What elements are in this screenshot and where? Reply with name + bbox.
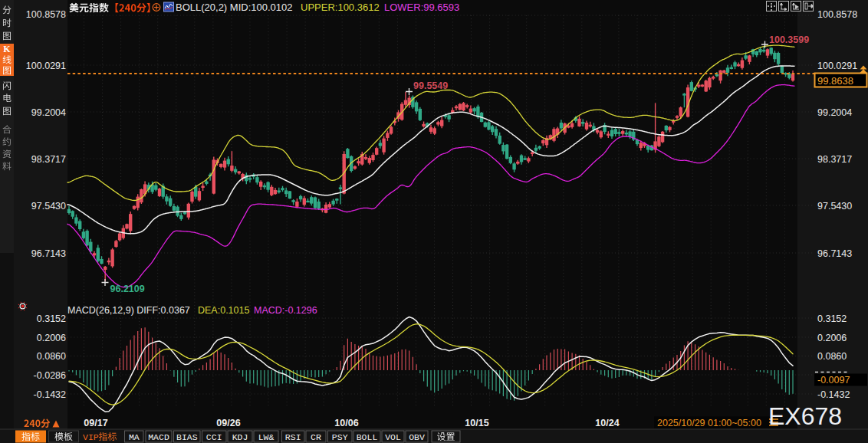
svg-text:MA: MA bbox=[129, 432, 140, 442]
svg-text:VOL: VOL bbox=[385, 432, 401, 442]
svg-text:97.5430: 97.5430 bbox=[31, 201, 66, 212]
svg-text:VIP: VIP bbox=[83, 432, 99, 442]
svg-text:96.7143: 96.7143 bbox=[31, 248, 66, 259]
svg-text:10/24: 10/24 bbox=[595, 418, 619, 428]
svg-text:100.3599: 100.3599 bbox=[769, 34, 809, 45]
svg-text:10/06: 10/06 bbox=[334, 418, 358, 428]
svg-text:98.3717: 98.3717 bbox=[817, 154, 852, 165]
svg-text:-0.0097: -0.0097 bbox=[817, 375, 850, 386]
svg-text:BIAS: BIAS bbox=[176, 432, 198, 442]
svg-text:BOLL(20,2) MID:100.0102: BOLL(20,2) MID:100.0102 bbox=[176, 2, 292, 13]
svg-text:99.5549: 99.5549 bbox=[413, 80, 448, 91]
svg-text:-0.1432: -0.1432 bbox=[34, 389, 66, 400]
svg-text:98.3717: 98.3717 bbox=[31, 154, 66, 165]
svg-text:UPPER:100.3612: UPPER:100.3612 bbox=[301, 2, 380, 13]
svg-text:CR: CR bbox=[311, 432, 321, 442]
svg-text:100.0291: 100.0291 bbox=[817, 61, 857, 71]
svg-text:KDJ: KDJ bbox=[232, 432, 248, 442]
svg-text:MACD(26,12,9) DIFF:0.0367: MACD(26,12,9) DIFF:0.0367 bbox=[67, 305, 190, 316]
svg-text:BOLL: BOLL bbox=[357, 432, 378, 442]
svg-text:-0.0286: -0.0286 bbox=[34, 370, 66, 381]
svg-text:LW&: LW& bbox=[258, 432, 275, 442]
svg-text:96.7143: 96.7143 bbox=[817, 248, 852, 259]
svg-text:-0.1432: -0.1432 bbox=[817, 389, 850, 400]
svg-text:0.0860: 0.0860 bbox=[37, 351, 66, 362]
svg-text:0.0860: 0.0860 bbox=[817, 351, 847, 362]
svg-text:0.2006: 0.2006 bbox=[817, 333, 847, 343]
svg-text:0.3152: 0.3152 bbox=[817, 313, 847, 324]
svg-text:RSI: RSI bbox=[285, 432, 301, 442]
svg-text:PSY: PSY bbox=[332, 432, 348, 442]
svg-text:OBV: OBV bbox=[409, 432, 425, 442]
svg-text:DEA:0.1015: DEA:0.1015 bbox=[198, 305, 249, 316]
svg-text:0.2006: 0.2006 bbox=[37, 333, 66, 343]
svg-text:09/17: 09/17 bbox=[84, 418, 107, 428]
svg-text:10/15: 10/15 bbox=[465, 418, 488, 428]
svg-text:2025/10/29 01:00~05:00: 2025/10/29 01:00~05:00 bbox=[657, 418, 761, 428]
svg-text:09/26: 09/26 bbox=[216, 418, 240, 428]
svg-text:100.0291: 100.0291 bbox=[26, 61, 66, 71]
svg-text:97.5430: 97.5430 bbox=[817, 201, 852, 212]
svg-text:EX678: EX678 bbox=[768, 402, 842, 430]
svg-text:LOWER:99.6593: LOWER:99.6593 bbox=[384, 2, 459, 13]
svg-text:0.3152: 0.3152 bbox=[37, 313, 66, 324]
svg-text:100.8578: 100.8578 bbox=[817, 9, 857, 20]
svg-text:CCI: CCI bbox=[206, 432, 222, 442]
svg-text:MACD: MACD bbox=[148, 432, 169, 442]
svg-text:K: K bbox=[3, 44, 11, 54]
svg-text:99.8638: 99.8638 bbox=[817, 75, 853, 87]
svg-text:99.2004: 99.2004 bbox=[817, 107, 852, 118]
svg-text:100.8578: 100.8578 bbox=[26, 9, 66, 20]
svg-text:MACD:-0.1296: MACD:-0.1296 bbox=[254, 305, 317, 316]
svg-text:99.2004: 99.2004 bbox=[31, 107, 66, 118]
svg-text:96.2109: 96.2109 bbox=[110, 284, 145, 294]
